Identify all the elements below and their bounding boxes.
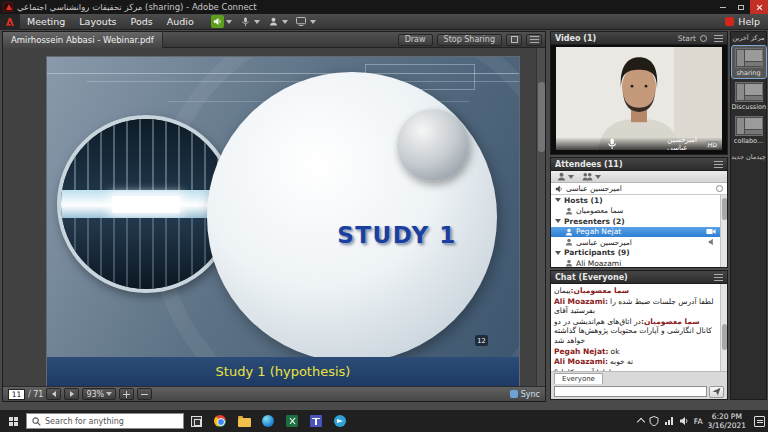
network-icon[interactable] xyxy=(664,416,674,426)
share-controls-bar: / 71 93% Sync xyxy=(3,386,545,401)
attendee-row[interactable]: سما معصومیان xyxy=(551,206,720,217)
zoom-out-button[interactable] xyxy=(137,388,152,400)
sync-icon xyxy=(510,390,518,398)
pod-menu-icon[interactable] xyxy=(714,274,723,281)
attendee-row[interactable]: Ali Moazami xyxy=(551,258,720,267)
taskbar-chrome[interactable] xyxy=(208,410,232,432)
person-video xyxy=(556,47,722,150)
chevron-down-icon xyxy=(568,175,574,179)
pod-menu-icon[interactable] xyxy=(714,35,723,42)
folder-icon xyxy=(238,418,251,427)
taskbar-edge[interactable] xyxy=(256,410,280,432)
adobe-connect-icon xyxy=(3,2,13,12)
menu-layouts[interactable]: Layouts xyxy=(72,14,123,30)
minus-icon xyxy=(141,394,148,395)
sync-toggle[interactable]: Sync xyxy=(510,390,540,399)
webcam-feed: امیرحسین عباسی HD xyxy=(556,47,722,150)
pod-options-button[interactable] xyxy=(526,34,542,46)
chevron-down-icon xyxy=(106,392,112,396)
chat-scrollbar-thumb[interactable] xyxy=(722,324,727,350)
help-link[interactable]: Help xyxy=(738,16,760,27)
zoom-in-button[interactable] xyxy=(119,388,134,400)
taskbar-telegram[interactable] xyxy=(328,410,352,432)
chat-messages: سما معصومیان:پیمان Ali Moazami:لطفا آدرس… xyxy=(551,284,720,371)
share-scrollbar[interactable] xyxy=(536,48,545,386)
page-number-input[interactable] xyxy=(8,389,25,400)
chat-input[interactable] xyxy=(554,386,707,397)
start-webcam-button[interactable]: Start xyxy=(678,34,696,43)
speaker-toggle-button[interactable] xyxy=(211,15,232,28)
minimize-button[interactable] xyxy=(714,0,732,14)
chevron-down-icon xyxy=(282,20,288,24)
zoom-value: 93% xyxy=(86,390,104,399)
breakout-room-view-button[interactable] xyxy=(582,172,601,181)
clear-status-icon[interactable] xyxy=(716,185,723,192)
menu-meeting[interactable]: Meeting xyxy=(20,14,72,30)
send-message-button[interactable] xyxy=(709,386,724,398)
volume-icon[interactable] xyxy=(679,416,689,426)
taskbar-search[interactable]: Search for anything xyxy=(26,413,184,429)
next-page-button[interactable] xyxy=(64,388,79,400)
chat-tab-bar: Everyone xyxy=(551,371,727,384)
menu-pods[interactable]: Pods xyxy=(124,14,160,30)
show-hidden-icons[interactable] xyxy=(637,418,645,426)
attendees-list: Hosts (1) سما معصومیان Presenters (2) Pe… xyxy=(551,195,720,267)
raise-hand-button[interactable] xyxy=(267,15,288,28)
speaker-icon xyxy=(211,15,224,28)
maximize-button[interactable] xyxy=(732,0,750,14)
active-speaker-name: امیرحسین عباسی xyxy=(566,184,622,193)
chat-message: سما معصومیان:پیمان xyxy=(554,286,717,296)
attendees-scrollbar-thumb[interactable] xyxy=(722,198,727,220)
presenters-group-row[interactable]: Presenters (2) xyxy=(551,216,720,227)
video-pod-header: Video (1) Start xyxy=(551,32,727,45)
draw-button[interactable]: Draw xyxy=(398,34,433,46)
chat-pod-header: Chat (Everyone) xyxy=(551,271,727,284)
taskbar-teams[interactable] xyxy=(304,410,328,432)
collapse-icon xyxy=(555,251,561,255)
stop-sharing-button[interactable]: Stop Sharing xyxy=(437,34,502,46)
layout-discussion[interactable]: Discussion xyxy=(732,80,766,112)
tab-everyone[interactable]: Everyone xyxy=(554,373,603,384)
title-bar: مركز تحقيقات روانشناسي اجتماعي (sharing)… xyxy=(0,0,768,14)
menu-audio[interactable]: Audio xyxy=(160,14,201,30)
screen-share-button[interactable] xyxy=(295,15,316,28)
attendee-row[interactable]: امیرحسین عباسی xyxy=(551,237,720,248)
attendees-scrollbar[interactable] xyxy=(720,195,727,267)
chevron-down-icon xyxy=(595,175,601,179)
hosts-group-row[interactable]: Hosts (1) xyxy=(551,195,720,206)
layout-sharing[interactable]: sharing xyxy=(732,46,766,78)
attendees-toolbar xyxy=(551,171,727,183)
layout-collaboration[interactable]: collabo... xyxy=(732,114,766,146)
share-document-tab[interactable]: Amirhossein Abbasi - Webinar.pdf xyxy=(3,32,163,48)
previous-page-button[interactable] xyxy=(46,388,61,400)
task-view-button[interactable] xyxy=(184,410,208,432)
attendee-row-selected[interactable]: Pegah Nejat xyxy=(551,227,720,238)
close-button[interactable] xyxy=(750,0,768,14)
attendee-status-view-button[interactable] xyxy=(557,172,574,181)
chat-scrollbar[interactable] xyxy=(720,284,727,371)
participants-group-row[interactable]: Participants (9) xyxy=(551,248,720,259)
attendee-name: Pegah Nejat xyxy=(576,227,621,236)
start-button[interactable] xyxy=(0,410,26,432)
speaker-icon xyxy=(708,238,716,246)
action-center-icon[interactable] xyxy=(754,416,765,427)
zoom-select[interactable]: 93% xyxy=(82,388,116,400)
system-tray: FA 6:20 PM 3/16/2021 xyxy=(638,412,768,431)
taskbar-excel[interactable] xyxy=(280,410,304,432)
attendee-name: Ali Moazami xyxy=(576,259,621,267)
fullscreen-button[interactable] xyxy=(506,34,522,46)
pod-menu-icon[interactable] xyxy=(714,161,723,168)
chat-message: Ali Moazami:نه خوبه xyxy=(554,357,717,367)
taskbar-clock[interactable]: 6:20 PM 3/16/2021 xyxy=(708,412,746,431)
shield-icon[interactable] xyxy=(649,416,659,426)
people-icon xyxy=(557,172,566,181)
video-pod-title: Video (1) xyxy=(555,34,596,43)
new-layout-button[interactable]: چیدمان جدید xyxy=(731,154,765,161)
microphone-button[interactable] xyxy=(239,15,260,28)
language-indicator[interactable]: FA xyxy=(694,417,703,426)
share-scrollbar-thumb[interactable] xyxy=(538,82,545,152)
chat-message: Pegah Nejat:ok xyxy=(554,347,717,357)
taskbar-file-explorer[interactable] xyxy=(232,410,256,432)
hosts-group-label: Hosts (1) xyxy=(564,196,603,205)
layout-thumbnail xyxy=(735,82,763,102)
